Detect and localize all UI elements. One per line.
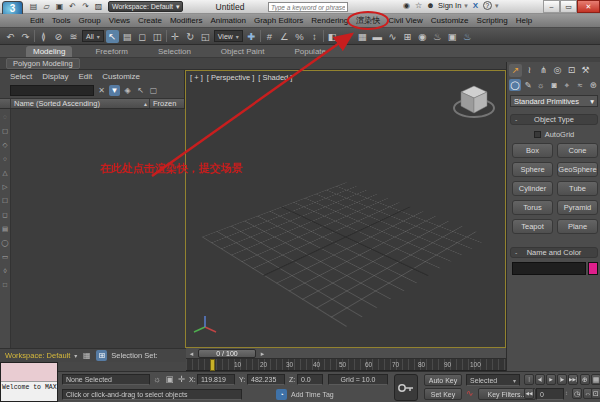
- torus-button[interactable]: Torus: [512, 200, 553, 215]
- set-keys-button[interactable]: [394, 374, 418, 401]
- chevron-down-icon[interactable]: ▾: [464, 2, 468, 10]
- explorer-menu-select[interactable]: Select: [10, 72, 32, 83]
- category-shapes-icon[interactable]: ✎: [522, 79, 534, 91]
- go-to-start-button[interactable]: |◀◀: [524, 374, 534, 385]
- tab-create-icon[interactable]: ↗: [509, 64, 522, 77]
- bind-spacewarp-icon[interactable]: ≋: [67, 30, 80, 43]
- display-filter-icon[interactable]: ◻: [2, 211, 7, 218]
- next-frame-button[interactable]: |▶: [557, 374, 567, 385]
- menu-render-plugin-highlighted[interactable]: 渲染快: [352, 15, 384, 26]
- project-folder-icon[interactable]: ▨: [93, 1, 104, 12]
- snap-toggle-icon[interactable]: #: [263, 30, 276, 43]
- category-helpers-icon[interactable]: ⌖: [561, 79, 573, 91]
- tab-object-paint[interactable]: Object Paint: [214, 46, 272, 57]
- sphere-button[interactable]: Sphere: [512, 162, 553, 177]
- box-button[interactable]: Box: [512, 143, 553, 158]
- polygon-modeling-panel[interactable]: Polygon Modeling: [6, 58, 80, 69]
- z-coordinate-field[interactable]: 0.0: [297, 374, 323, 385]
- menu-edit[interactable]: Edit: [26, 16, 48, 25]
- window-crossing-icon[interactable]: ◫: [151, 30, 164, 43]
- spinner-snap-icon[interactable]: ↕: [308, 30, 321, 43]
- name-color-rollout[interactable]: - Name and Color: [510, 247, 598, 258]
- maximize-button[interactable]: ▭: [560, 0, 577, 13]
- viewport-menu-shading[interactable]: [ Shaded ]: [258, 73, 292, 82]
- display-filter-icon[interactable]: ◇: [3, 141, 8, 148]
- go-to-end-button[interactable]: ▶▶|: [568, 374, 578, 385]
- time-configuration-icon[interactable]: ◷: [572, 388, 582, 399]
- display-filter-icon[interactable]: ▷: [3, 183, 8, 190]
- display-filter-icon[interactable]: △: [3, 169, 8, 176]
- display-filter-icon[interactable]: ◊: [3, 267, 6, 274]
- pyramid-button[interactable]: Pyramid: [557, 200, 598, 215]
- percent-snap-icon[interactable]: %: [293, 30, 306, 43]
- play-button[interactable]: ▶: [546, 374, 556, 385]
- tab-utilities-icon[interactable]: ⚒: [579, 64, 592, 77]
- menu-help[interactable]: Help: [512, 16, 536, 25]
- tab-modify-icon[interactable]: ≀: [523, 64, 536, 77]
- set-key-button[interactable]: Set Key: [424, 388, 462, 400]
- time-tag-clock-icon[interactable]: ◔: [276, 389, 287, 400]
- workspace-selector[interactable]: Workspace: Default: [5, 351, 70, 360]
- y-coordinate-field[interactable]: 482.235: [247, 374, 285, 385]
- selection-lock-icon[interactable]: ⊞: [96, 350, 107, 361]
- new-scene-icon[interactable]: ▤: [28, 1, 39, 12]
- explorer-menu-edit[interactable]: Edit: [78, 72, 92, 83]
- viewport-menu-pov[interactable]: [ Perspective ]: [207, 73, 255, 82]
- material-editor-icon[interactable]: ◉: [416, 30, 429, 43]
- tab-motion-icon[interactable]: ◎: [551, 64, 564, 77]
- menu-animation[interactable]: Animation: [206, 16, 250, 25]
- open-file-icon[interactable]: ▱: [41, 1, 52, 12]
- curve-editor-icon[interactable]: ∿: [386, 30, 399, 43]
- display-filter-icon[interactable]: ◯: [1, 239, 8, 246]
- category-lights-icon[interactable]: ☼: [535, 79, 547, 91]
- chevron-down-icon[interactable]: ▾: [495, 2, 499, 10]
- layer-manager-icon[interactable]: ▦: [356, 30, 369, 43]
- display-filter-icon[interactable]: ▢: [2, 127, 8, 134]
- search-icon[interactable]: ◉: [402, 1, 411, 10]
- plane-button[interactable]: Plane: [557, 219, 598, 234]
- next-frame-icon[interactable]: ▸: [258, 349, 267, 358]
- previous-frame-icon[interactable]: ◂: [187, 349, 196, 358]
- display-filter-icon[interactable]: ▤: [2, 225, 8, 232]
- frozen-column-header[interactable]: Frozen: [150, 99, 184, 108]
- selection-filter-dropdown[interactable]: All ▾: [82, 30, 104, 42]
- viewport-menu-general[interactable]: [ + ]: [190, 73, 203, 82]
- undo-icon[interactable]: ↶: [67, 1, 78, 12]
- perspective-viewport[interactable]: [ + ] [ Perspective ] [ Shaded ]: [185, 70, 506, 348]
- tab-populate[interactable]: Populate: [287, 46, 333, 57]
- menu-graph-editors[interactable]: Graph Editors: [250, 16, 307, 25]
- tab-selection[interactable]: Selection: [151, 46, 198, 57]
- add-time-tag-label[interactable]: Add Time Tag: [291, 391, 334, 398]
- track-bar[interactable]: 10 20 30 40 50 60 70 80 90 100: [186, 359, 506, 371]
- selected-filter-dropdown[interactable]: Selected ▾: [466, 374, 520, 386]
- select-move-icon[interactable]: ✛: [169, 30, 182, 43]
- category-cameras-icon[interactable]: ◙: [548, 79, 560, 91]
- select-box-icon[interactable]: ▢: [148, 85, 159, 96]
- category-systems-icon[interactable]: ⊛: [587, 79, 599, 91]
- clear-search-icon[interactable]: ✕: [96, 85, 107, 96]
- icon-column-header[interactable]: [0, 99, 11, 108]
- explorer-menu-display[interactable]: Display: [42, 72, 68, 83]
- object-color-swatch[interactable]: [588, 262, 598, 275]
- geosphere-button[interactable]: GeoSphere: [557, 162, 598, 177]
- sign-in-link[interactable]: Sign In: [438, 1, 461, 10]
- absolute-offset-icon[interactable]: ✛: [176, 374, 187, 385]
- object-type-rollout[interactable]: - Object Type: [510, 114, 598, 125]
- viewcube[interactable]: [451, 77, 497, 123]
- display-filter-icon[interactable]: ○: [3, 155, 7, 162]
- name-column-header[interactable]: Name (Sorted Ascending) ▴: [11, 99, 150, 108]
- menu-create[interactable]: Create: [134, 16, 166, 25]
- current-frame-field[interactable]: 0: [536, 388, 564, 400]
- explorer-object-list[interactable]: [0, 109, 185, 348]
- lock-icon[interactable]: ◈: [122, 85, 133, 96]
- listener-script-pane[interactable]: Welcome to MAX!: [1, 382, 57, 401]
- render-setup-icon[interactable]: ♨: [431, 30, 444, 43]
- close-button[interactable]: ✕: [577, 0, 600, 13]
- auto-key-button[interactable]: Auto Key: [424, 374, 462, 386]
- cylinder-button[interactable]: Cylinder: [512, 181, 553, 196]
- chevron-down-icon[interactable]: ▾: [74, 352, 77, 359]
- select-link-icon[interactable]: ≬: [37, 30, 50, 43]
- undo-icon[interactable]: ↶: [4, 30, 17, 43]
- frame-spinner[interactable]: ↕: [565, 390, 568, 396]
- primitive-type-dropdown[interactable]: Standard Primitives ▾: [510, 95, 598, 107]
